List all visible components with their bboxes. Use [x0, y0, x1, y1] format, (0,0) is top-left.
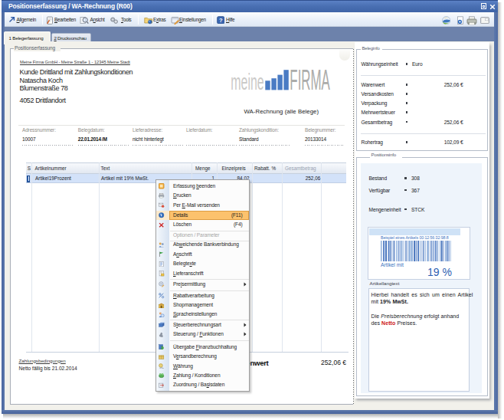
svg-text:meine: meine: [231, 69, 264, 92]
svg-text:?: ?: [218, 16, 222, 23]
svg-text:FIRMA: FIRMA: [290, 67, 330, 92]
